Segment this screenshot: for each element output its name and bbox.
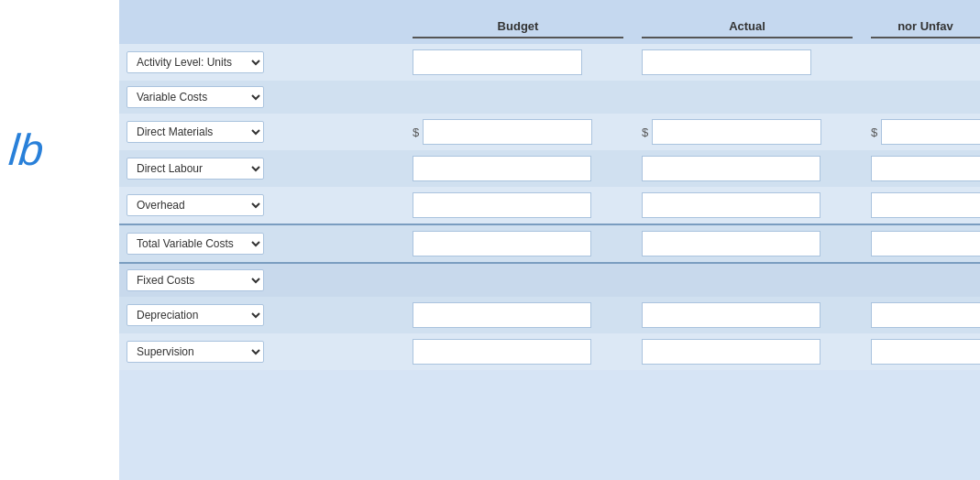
total-vc-dropdown[interactable]: Total Variable Costs: [127, 233, 264, 255]
dl-budget-input[interactable]: [413, 156, 591, 181]
dm-variance-input[interactable]: [881, 119, 980, 145]
supervision-label-col: Supervision: [119, 341, 413, 363]
activity-level-row: Activity Level: Units: [119, 44, 980, 81]
sup-variance-group: [871, 339, 980, 365]
tvc-actual-input[interactable]: [642, 231, 820, 256]
dm-variance-currency: $: [871, 125, 877, 139]
tvc-variance-group: [871, 231, 980, 256]
dl-actual-group: [642, 156, 853, 181]
dm-variance-group: $: [871, 119, 980, 145]
depreciation-row: Depreciation: [119, 297, 980, 333]
dep-variance-group: [871, 302, 980, 328]
oh-budget-input[interactable]: [413, 192, 591, 218]
fixed-costs-row: Fixed Costs: [119, 264, 980, 297]
activity-actual-input[interactable]: [642, 49, 811, 75]
budget-header: Budget: [413, 19, 623, 38]
oh-actual-group: [642, 192, 853, 218]
variable-costs-row: Variable Costs: [119, 81, 980, 114]
dl-variance-group: [871, 156, 980, 181]
handwriting-annotation: lb: [7, 128, 46, 172]
dep-actual-group: [642, 302, 853, 328]
activity-actual-group: [642, 49, 853, 75]
header-row: Budget Actual nor Unfav: [119, 0, 980, 44]
dep-actual-input[interactable]: [642, 302, 820, 328]
sup-budget-group: [413, 339, 623, 365]
overhead-row: Overhead: [119, 187, 980, 225]
direct-labour-dropdown[interactable]: Direct Labour: [127, 158, 264, 180]
supervision-row: Supervision: [119, 333, 980, 370]
total-vc-label-col: Total Variable Costs: [119, 233, 413, 255]
direct-labour-row: Direct Labour: [119, 150, 980, 187]
dm-actual-input[interactable]: [652, 119, 821, 145]
fixed-costs-dropdown[interactable]: Fixed Costs: [127, 269, 264, 291]
oh-budget-group: [413, 192, 623, 218]
dm-budget-group: $: [413, 119, 623, 145]
activity-budget-input[interactable]: [413, 49, 582, 75]
direct-labour-label-col: Direct Labour: [119, 158, 413, 180]
left-panel: lb: [0, 0, 119, 480]
dm-budget-input[interactable]: [423, 119, 592, 145]
tvc-budget-input[interactable]: [413, 231, 591, 256]
overhead-dropdown[interactable]: Overhead: [127, 194, 264, 216]
tvc-actual-group: [642, 231, 853, 256]
overhead-label-col: Overhead: [119, 194, 413, 216]
actual-header: Actual: [642, 19, 853, 38]
variance-header: nor Unfav: [871, 19, 980, 38]
variable-costs-dropdown[interactable]: Variable Costs: [127, 86, 264, 108]
total-variable-costs-row: Total Variable Costs: [119, 225, 980, 264]
tvc-variance-input[interactable]: [871, 231, 980, 256]
dm-actual-currency: $: [642, 125, 648, 139]
sup-actual-group: [642, 339, 853, 365]
dl-actual-input[interactable]: [642, 156, 820, 181]
dm-budget-currency: $: [413, 125, 419, 139]
dep-budget-group: [413, 302, 623, 328]
dl-budget-group: [413, 156, 623, 181]
direct-materials-row: Direct Materials $ $ $: [119, 114, 980, 150]
activity-level-label-col: Activity Level: Units: [119, 51, 413, 73]
dl-variance-input[interactable]: [871, 156, 980, 181]
sup-budget-input[interactable]: [413, 339, 591, 365]
oh-variance-input[interactable]: [871, 192, 980, 218]
direct-materials-label-col: Direct Materials: [119, 121, 413, 143]
oh-actual-input[interactable]: [642, 192, 820, 218]
depreciation-dropdown[interactable]: Depreciation: [127, 304, 264, 326]
fixed-costs-label-col: Fixed Costs: [119, 269, 413, 291]
activity-level-dropdown[interactable]: Activity Level: Units: [127, 51, 264, 73]
oh-variance-group: [871, 192, 980, 218]
variable-costs-label-col: Variable Costs: [119, 86, 413, 108]
depreciation-label-col: Depreciation: [119, 304, 413, 326]
sup-variance-input[interactable]: [871, 339, 980, 365]
tvc-budget-group: [413, 231, 623, 256]
dm-actual-group: $: [642, 119, 853, 145]
direct-materials-dropdown[interactable]: Direct Materials: [127, 121, 264, 143]
data-rows: Activity Level: Units Variable Costs: [119, 44, 980, 480]
dep-budget-input[interactable]: [413, 302, 591, 328]
dep-variance-input[interactable]: [871, 302, 980, 328]
main-content: Budget Actual nor Unfav Activity Level: …: [119, 0, 980, 480]
sup-actual-input[interactable]: [642, 339, 820, 365]
page-wrapper: lb Budget Actual nor Unfav Activity Leve…: [0, 0, 980, 480]
activity-budget-group: [413, 49, 623, 75]
supervision-dropdown[interactable]: Supervision: [127, 341, 264, 363]
